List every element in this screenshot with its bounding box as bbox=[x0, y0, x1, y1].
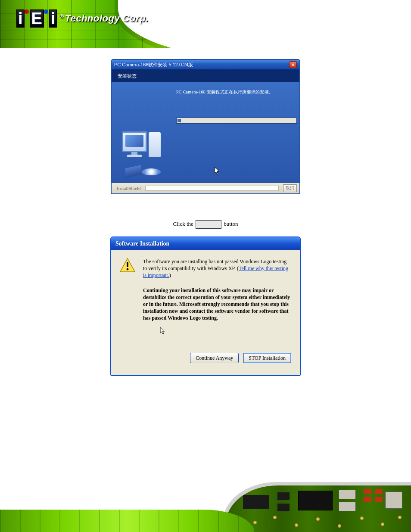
cursor-icon bbox=[214, 167, 220, 177]
installer-footer: InstallShield 取消 bbox=[112, 183, 299, 193]
footer-curve bbox=[0, 510, 254, 532]
brand-logo: i E i ®Technology Corp. bbox=[16, 9, 149, 28]
progress-fill bbox=[177, 119, 181, 122]
banner-swoosh bbox=[118, 0, 411, 48]
installer-window: PC Camera-168软件安装 5.12.0.24版 × 安装状态 PC C… bbox=[111, 59, 300, 194]
dialog-title: Software Installation bbox=[115, 240, 169, 247]
installer-title: PC Camera-168软件安装 5.12.0.24版 bbox=[114, 60, 193, 69]
continue-anyway-button[interactable]: Continue Anyway bbox=[190, 353, 239, 363]
instruction-text: Click the button bbox=[0, 220, 411, 229]
separator bbox=[120, 347, 291, 348]
cancel-button[interactable]: 取消 bbox=[283, 184, 297, 192]
svg-rect-0 bbox=[127, 262, 128, 267]
installer-message: PC Camera-168 安装程式正在执行所要求的安装。 bbox=[176, 89, 273, 95]
stop-installation-button[interactable]: STOP Installation bbox=[243, 353, 291, 363]
footer-banner bbox=[0, 485, 411, 532]
installer-subtitle: 安装状态 bbox=[112, 69, 299, 82]
software-installation-dialog: Software Installation The software you a… bbox=[110, 236, 301, 376]
dialog-titlebar: Software Installation bbox=[111, 237, 300, 250]
registered-mark: ® bbox=[59, 13, 64, 19]
close-icon: × bbox=[292, 62, 294, 67]
dialog-para2: Continuing your installation of this sof… bbox=[143, 287, 291, 322]
installer-titlebar: PC Camera-168软件安装 5.12.0.24版 × bbox=[112, 60, 299, 69]
footer-progress bbox=[145, 186, 279, 191]
brand-tagline: Technology Corp. bbox=[65, 13, 149, 24]
cursor-icon bbox=[160, 327, 166, 337]
inline-button-placeholder bbox=[196, 220, 221, 229]
dialog-para1: The software you are installing has not … bbox=[143, 258, 291, 279]
chipboard-graphic bbox=[226, 485, 411, 532]
installer-illustration bbox=[120, 128, 163, 175]
header-banner: i E i ®Technology Corp. bbox=[0, 0, 411, 48]
svg-point-1 bbox=[127, 268, 129, 271]
warning-icon bbox=[120, 258, 135, 273]
progress-bar bbox=[176, 118, 297, 124]
installer-body: PC Camera-168 安装程式正在执行所要求的安装。 bbox=[112, 82, 299, 183]
dialog-body: The software you are installing has not … bbox=[111, 250, 300, 375]
installshield-label: InstallShield bbox=[117, 186, 141, 191]
close-button[interactable]: × bbox=[289, 61, 297, 68]
